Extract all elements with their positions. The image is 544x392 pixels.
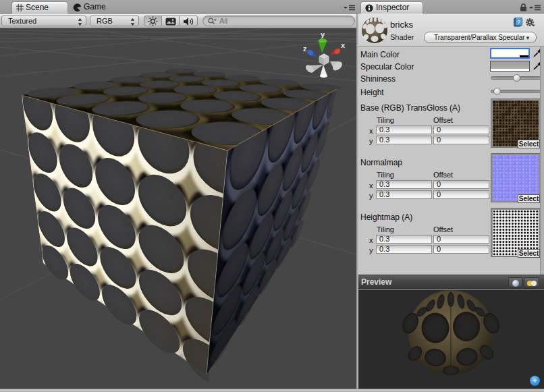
- svg-text:x: x: [341, 41, 346, 49]
- svg-text:z: z: [303, 45, 307, 53]
- svg-text:?: ?: [517, 19, 520, 26]
- svg-text:y: y: [321, 30, 325, 38]
